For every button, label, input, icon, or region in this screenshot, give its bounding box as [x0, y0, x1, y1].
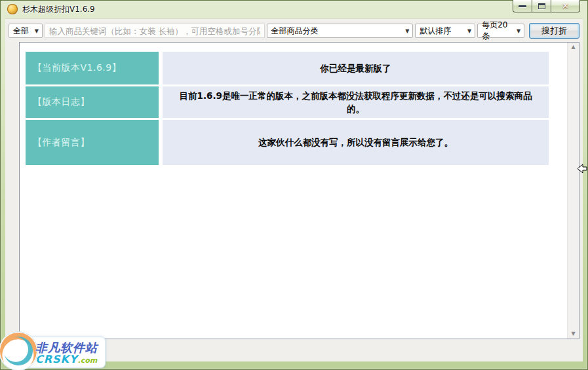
table-row-label: 【作者留言】 [26, 120, 159, 165]
table-row-content: 你已经是最新版了 [163, 52, 549, 84]
page-size-dropdown[interactable]: 每页20条 ▼ [477, 24, 524, 38]
content-panel: 【当前版本V1.6.9】 你已经是最新版了 【版本日志】 目前1.6.9是唯一正… [19, 42, 579, 339]
watermark-domain: CRSKY [35, 353, 78, 365]
crsky-logo-icon [0, 329, 39, 370]
watermark-tld: .com [78, 356, 98, 365]
app-icon [7, 4, 18, 14]
scroll-up-icon[interactable]: ▲ [571, 45, 575, 50]
chevron-down-icon: ▼ [513, 28, 520, 34]
maximize-icon [538, 3, 545, 9]
maximize-button[interactable] [532, 0, 551, 12]
scroll-down-icon[interactable]: ▼ [571, 331, 575, 337]
sort-dropdown-value: 默认排序 [420, 26, 451, 37]
vertical-scrollbar[interactable]: ▲ ▼ [567, 43, 579, 339]
version-info-table: 【当前版本V1.6.9】 你已经是最新版了 【版本日志】 目前1.6.9是唯一正… [26, 52, 549, 165]
search-discount-button[interactable]: 搜打折 [529, 23, 579, 39]
minimize-icon [519, 5, 526, 7]
watermark-text: 非凡软件站 CRSKY.com [35, 342, 105, 365]
titlebar: 杉木超级折扣V1.6.9 [0, 0, 588, 18]
crsky-watermark: 非凡软件站 CRSKY.com [0, 329, 108, 370]
chevron-down-icon: ▼ [402, 28, 409, 34]
client-area: 全部 ▼ 全部商品分类 ▼ 默认排序 ▼ 每页20条 ▼ 搜打折 【当前版本V1… [5, 18, 583, 361]
category-dropdown[interactable]: 全部商品分类 ▼ [267, 24, 414, 38]
scope-dropdown[interactable]: 全部 ▼ [9, 24, 43, 38]
chevron-down-icon: ▼ [464, 28, 471, 34]
table-row-label: 【当前版本V1.6.9】 [26, 52, 159, 84]
search-toolbar: 全部 ▼ 全部商品分类 ▼ 默认排序 ▼ 每页20条 ▼ 搜打折 [5, 18, 583, 39]
chevron-down-icon: ▼ [31, 28, 39, 34]
window-title: 杉木超级折扣V1.6.9 [22, 4, 95, 15]
scope-dropdown-value: 全部 [13, 26, 29, 37]
table-row-label: 【版本日志】 [26, 86, 159, 118]
mouse-cursor-icon [577, 164, 587, 174]
category-dropdown-value: 全部商品分类 [271, 26, 319, 37]
sort-dropdown[interactable]: 默认排序 ▼ [415, 24, 475, 38]
table-row-content: 这家伙什么都没有写，所以没有留言展示给您了。 [163, 120, 549, 165]
minimize-button[interactable] [513, 0, 532, 12]
page-size-dropdown-value: 每页20条 [482, 20, 513, 42]
close-button[interactable]: ✕ [551, 0, 580, 12]
keyword-input[interactable] [45, 24, 265, 38]
window-controls: ✕ [513, 0, 580, 12]
close-icon: ✕ [562, 2, 568, 10]
table-row-content: 目前1.6.9是唯一正常的版本，之前版本都没法获取程序更新数据，不过还是可以搜索… [163, 86, 549, 118]
app-window: 杉木超级折扣V1.6.9 ✕ 全部 ▼ 全部商品分类 ▼ 默认排序 ▼ [0, 0, 588, 370]
